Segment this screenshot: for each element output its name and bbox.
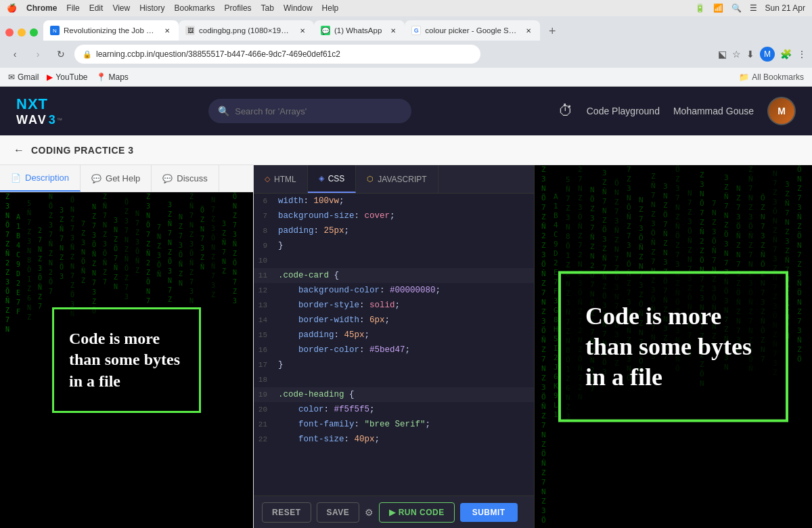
menu-window[interactable]: Window: [284, 3, 313, 13]
line-num-18: 18: [254, 372, 275, 387]
menu-chrome[interactable]: Chrome: [26, 3, 57, 13]
apple-icon[interactable]: 🍎: [7, 3, 17, 13]
tab-description[interactable]: 📄 Description: [0, 165, 81, 192]
main-content: 📄 Description 💬 Get Help 💬 Discuss ‹ Z3N…: [0, 165, 812, 528]
line-num-6: 6: [254, 194, 275, 208]
reload-button[interactable]: ↻: [51, 45, 70, 64]
tab-close-4[interactable]: ✕: [524, 26, 533, 35]
url-bar[interactable]: 🔒 learning.ccbp.in/question/38855517-b44…: [74, 45, 480, 64]
line-num-20: 20: [254, 402, 275, 417]
app-header: NXT WAV 3 ™ 🔍 ⏱ Code Playground Mohammad…: [0, 87, 812, 135]
avatar-letter: M: [777, 106, 786, 116]
search-input[interactable]: [235, 106, 402, 116]
browser-tab-1[interactable]: N Revolutionizing the Job Mar... ✕: [43, 20, 179, 41]
address-bar: ‹ › ↻ 🔒 learning.ccbp.in/question/388555…: [0, 41, 812, 68]
line-content-16: border-color: #5bed47;: [275, 343, 413, 357]
bookmark-maps[interactable]: 📍 Maps: [96, 72, 129, 82]
timer-icon[interactable]: ⏱: [558, 102, 573, 120]
breadcrumb-back-button[interactable]: ←: [14, 144, 24, 156]
line-content-9: }: [275, 238, 286, 253]
line-content-14: border-width: 6px;: [275, 313, 392, 328]
editor-footer: RESET SAVE ⚙ ▶ RUN CODE SUBMIT: [254, 496, 534, 528]
browser-toolbar: ⬕ ☆ ⬇ M 🧩 ⋮: [718, 47, 807, 62]
menu-edit[interactable]: Edit: [89, 3, 104, 13]
code-area[interactable]: 6 width: 100vw; 7 background-size: cover…: [254, 194, 534, 496]
bookmarks-bar: ✉ Gmail ▶ YouTube 📍 Maps 📁 All Bookmarks: [0, 68, 812, 87]
menu-dots-icon[interactable]: ⋮: [797, 49, 807, 60]
line-content-22: font-size: 40px;: [275, 432, 382, 447]
menu-file[interactable]: File: [66, 3, 79, 13]
bookmark-star-icon[interactable]: ☆: [732, 49, 741, 60]
cast-icon[interactable]: ⬕: [718, 49, 727, 60]
window-close-btn[interactable]: [5, 28, 14, 37]
all-bookmarks-label: All Bookmarks: [752, 72, 804, 82]
bookmark-youtube[interactable]: ▶ YouTube: [47, 72, 87, 82]
browser-tab-3[interactable]: 💬 (1) WhatsApp ✕: [314, 20, 405, 41]
line-content-21: font-family: "bree Serif";: [275, 417, 433, 432]
line-num-7: 7: [254, 208, 275, 223]
settings-button[interactable]: ⚙: [365, 507, 374, 518]
window-maximize-btn[interactable]: [30, 28, 38, 37]
code-line-8: 8 padding: 25px;: [254, 223, 534, 238]
submit-button[interactable]: SUBMIT: [460, 503, 518, 522]
tab-close-1[interactable]: ✕: [162, 26, 172, 35]
menu-help[interactable]: Help: [322, 3, 339, 13]
line-num-11: 11: [254, 268, 275, 283]
profile-icon[interactable]: M: [760, 47, 775, 62]
macos-status: 🔋 📶 🔍 ☰ Sun 21 Apr: [695, 3, 805, 13]
editor-tab-html[interactable]: ◇ HTML: [254, 165, 308, 193]
new-tab-button[interactable]: +: [543, 22, 562, 41]
right-code-text: Code is more than some bytes in a file: [585, 301, 761, 393]
wifi-icon: 📶: [713, 3, 723, 13]
logo[interactable]: NXT WAV 3 ™: [16, 95, 62, 127]
tab-title-4: colour picker - Google Searc...: [425, 26, 517, 35]
line-num-14: 14: [254, 313, 275, 328]
editor-tab-css-label: CSS: [328, 174, 345, 183]
search-input-wrap[interactable]: 🔍: [208, 99, 411, 123]
menu-history[interactable]: History: [139, 3, 164, 13]
bookmark-youtube-label: YouTube: [55, 72, 87, 82]
code-line-10: 10: [254, 253, 534, 268]
bookmark-gmail[interactable]: ✉ Gmail: [8, 72, 39, 82]
line-num-10: 10: [254, 253, 275, 268]
menu-profiles[interactable]: Profiles: [225, 3, 252, 13]
tab-get-help[interactable]: 💬 Get Help: [81, 165, 152, 192]
line-content-12: background-color: #00000080;: [275, 283, 443, 298]
right-matrix-bg: Z3NÖ7ZÑ2Z3ÖÑZ7NZ3ÖÑZ7NZ3ÖÑZ7NZÖÑZ7NZ3Ö A…: [535, 165, 812, 528]
all-bookmarks[interactable]: 📁 All Bookmarks: [739, 72, 804, 82]
back-button[interactable]: ‹: [5, 45, 24, 64]
download-icon[interactable]: ⬇: [746, 49, 754, 60]
tab-close-3[interactable]: ✕: [388, 26, 398, 35]
tab-discuss[interactable]: 💬 Discuss: [152, 165, 219, 192]
line-num-8: 8: [254, 223, 275, 238]
code-playground-link[interactable]: Code Playground: [587, 106, 660, 116]
menu-bookmarks[interactable]: Bookmarks: [175, 3, 215, 13]
html-icon: ◇: [265, 175, 270, 183]
run-code-button[interactable]: ▶ RUN CODE: [379, 502, 454, 523]
menu-view[interactable]: View: [112, 3, 130, 13]
folder-icon: 📁: [739, 72, 749, 82]
reset-button[interactable]: RESET: [262, 502, 311, 523]
breadcrumb-bar: ← CODING PRACTICE 3: [0, 135, 812, 165]
tab-favicon-3: 💬: [321, 26, 330, 35]
extensions-icon[interactable]: 🧩: [780, 49, 792, 60]
code-line-9: 9 }: [254, 238, 534, 253]
discuss-icon: 💬: [162, 174, 173, 183]
code-editor: ◇ HTML ◈ CSS ⬡ JAVASCRIPT 6 width: 100vw…: [254, 165, 535, 528]
save-button[interactable]: SAVE: [317, 502, 360, 523]
tab-favicon-2: 🖼: [185, 26, 195, 35]
code-line-17: 17 }: [254, 357, 534, 372]
editor-tab-css[interactable]: ◈ CSS: [308, 165, 357, 193]
line-num-17: 17: [254, 357, 275, 372]
breadcrumb-title: CODING PRACTICE 3: [31, 145, 134, 156]
editor-tab-js[interactable]: ⬡ JAVASCRIPT: [356, 165, 438, 193]
browser-tab-4[interactable]: G colour picker - Google Searc... ✕: [405, 20, 540, 41]
avatar[interactable]: M: [767, 97, 796, 125]
window-minimize-btn[interactable]: [18, 28, 26, 37]
line-content-20: color: #f5f5f5;: [275, 402, 378, 417]
forward-button[interactable]: ›: [28, 45, 47, 64]
menu-tab[interactable]: Tab: [261, 3, 274, 13]
browser-tab-2[interactable]: 🖼 codingbg.png (1080×1920) ✕: [179, 20, 314, 41]
tab-close-2[interactable]: ✕: [298, 26, 307, 35]
right-preview-panel: Z3NÖ7ZÑ2Z3ÖÑZ7NZ3ÖÑZ7NZ3ÖÑZ7NZÖÑZ7NZ3Ö A…: [535, 165, 812, 528]
